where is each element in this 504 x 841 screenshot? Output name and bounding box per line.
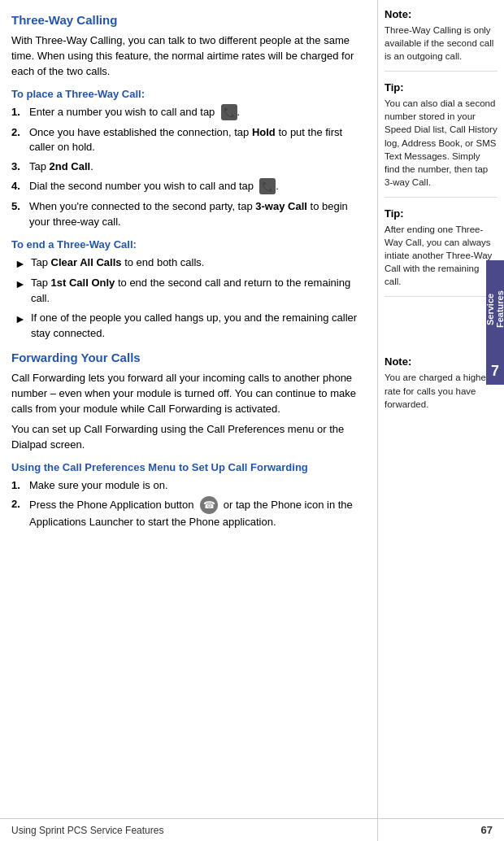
main-content: Three-Way Calling With Three-Way Calling… [0,0,378,841]
call-icon-1 [221,104,237,120]
arrow-icon-2: ► [15,276,26,307]
note1-title: Note: [385,8,497,20]
bullet-2: ► Tap 1st Call Only to end the second ca… [11,276,364,307]
end-bullets-list: ► Tap Clear All Calls to end both calls.… [11,255,364,342]
sidebar-note-2: Note: You are charged a higher rate for … [385,355,497,418]
place-title: To place a Three-Way Call: [11,88,364,100]
step-5: 5. When you're connected to the second p… [11,199,364,230]
step-4: 4. Dial the second number you wish to ca… [11,179,364,195]
sidebar-tip-1: Tip: You can also dial a second number s… [385,81,497,198]
place-steps-list: 1. Enter a number you wish to call and t… [11,105,364,230]
step-3: 3. Tap 2nd Call. [11,159,364,175]
arrow-icon-1: ► [15,255,26,272]
tip2-title: Tip: [385,207,497,220]
tip2-text: After ending one Three-Way Call, you can… [385,223,497,288]
sidebar-tip-2: Tip: After ending one Three-Way Call, yo… [385,207,497,297]
tip1-text: You can also dial a second number stored… [385,97,497,189]
fwd-step-1: 1. Make sure your module is on. [11,478,364,494]
footer: Using Sprint PCS Service Features 67 [0,818,504,841]
tab-label: Service Features [486,260,504,358]
footer-left: Using Sprint PCS Service Features [11,825,163,836]
forwarding-intro1: Call Forwarding lets you forward all you… [11,371,364,417]
bullet-1: ► Tap Clear All Calls to end both calls. [11,255,364,272]
tip1-title: Tip: [385,81,497,94]
sidebar: Note: Three-Way Calling is only availabl… [378,0,504,841]
step-1: 1. Enter a number you wish to call and t… [11,105,364,121]
step-2: 2. Once you have established the connect… [11,125,364,156]
using-title: Using the Call Preferences Menu to Set U… [11,461,364,473]
arrow-icon-3: ► [15,311,26,342]
forwarding-section: Forwarding Your Calls Call Forwarding le… [11,351,364,530]
note2-title: Note: [385,355,497,368]
footer-page: 67 [481,824,493,836]
fwd-step-2: 2. Press the Phone Application button or… [11,497,364,530]
tab-number: 7 [486,358,504,385]
forwarding-intro2: You can set up Call Forwarding using the… [11,422,364,453]
phone-icon [200,496,218,514]
note1-text: Three-Way Calling is only available if t… [385,24,497,63]
three-way-section: Three-Way Calling With Three-Way Calling… [11,13,364,341]
page-container: Three-Way Calling With Three-Way Calling… [0,0,504,841]
three-way-title: Three-Way Calling [11,13,364,27]
call-icon-2 [259,178,276,194]
sidebar-note-1: Note: Three-Way Calling is only availabl… [385,8,497,72]
forwarding-title: Forwarding Your Calls [11,351,364,364]
forwarding-steps-list: 1. Make sure your module is on. 2. Press… [11,478,364,531]
note2-text: You are charged a higher rate for calls … [385,371,497,410]
three-way-intro: With Three-Way Calling, you can talk to … [11,33,364,80]
bullet-3: ► If one of the people you called hangs … [11,311,364,342]
end-title: To end a Three-Way Call: [11,238,364,251]
